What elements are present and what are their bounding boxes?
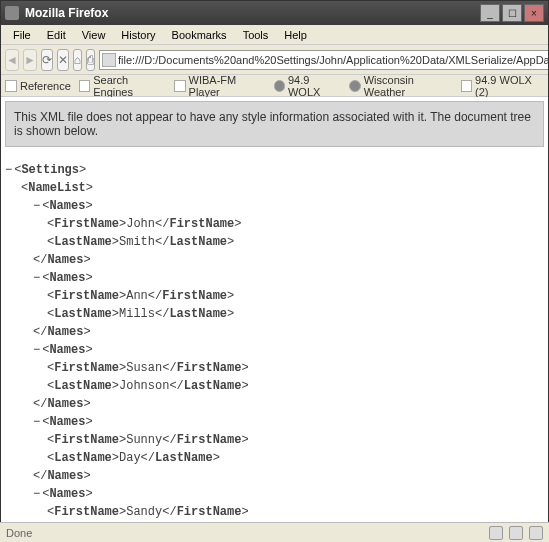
menu-bookmarks[interactable]: Bookmarks [164,27,235,43]
status-bar: Done [0,522,549,542]
xml-tree: −<Settings><NameList>−<Names><FirstName>… [1,151,548,537]
xml-line: </Names> [33,395,544,413]
print-button[interactable]: ⎙ [86,49,95,71]
status-icon-1[interactable] [489,526,503,540]
menu-help[interactable]: Help [276,27,315,43]
status-icon-3[interactable] [529,526,543,540]
menu-file[interactable]: File [5,27,39,43]
page-icon [102,53,116,67]
xml-line: <FirstName>Ann</FirstName> [47,287,544,305]
window-controls: _ ☐ × [480,4,544,22]
folder-icon [5,80,17,92]
xml-line: <LastName>Smith</LastName> [47,233,544,251]
window-titlebar: Mozilla Firefox _ ☐ × [1,1,548,25]
status-icon-2[interactable] [509,526,523,540]
xml-line: −<Settings> [5,161,544,179]
bookmark-reference[interactable]: Reference [5,80,71,92]
xml-line: <LastName>Day</LastName> [47,449,544,467]
xml-line: <NameList> [19,179,544,197]
status-icons [489,526,543,540]
xml-line: <FirstName>Sunny</FirstName> [47,431,544,449]
xml-notice: This XML file does not appear to have an… [5,101,544,147]
folder-icon [79,80,90,92]
menu-view[interactable]: View [74,27,114,43]
bookmark-wolx[interactable]: 94.9 WOLX [274,74,342,98]
bookmark-label: Reference [20,80,71,92]
xml-line: <FirstName>John</FirstName> [47,215,544,233]
xml-line: </Names> [33,251,544,269]
minimize-button[interactable]: _ [480,4,500,22]
xml-line: −<Names> [33,413,544,431]
bookmark-label: Search Engines [93,74,166,98]
maximize-button[interactable]: ☐ [502,4,522,22]
xml-line: </Names> [33,323,544,341]
url-bar[interactable]: file:///D:/Documents%20and%20Settings/Jo… [99,50,549,70]
favicon-icon [349,80,360,92]
reload-button[interactable]: ⟳ [41,49,53,71]
menu-tools[interactable]: Tools [235,27,277,43]
bookmark-wiba[interactable]: WIBA-FM Player [174,74,265,98]
close-button[interactable]: × [524,4,544,22]
page-icon [174,80,185,92]
xml-line: −<Names> [33,341,544,359]
forward-button[interactable]: ► [23,49,37,71]
navigation-toolbar: ◄ ► ⟳ ✕ ⌂ ⎙ file:///D:/Documents%20and%2… [1,45,548,75]
back-button[interactable]: ◄ [5,49,19,71]
xml-line: </Names> [33,467,544,485]
xml-line: −<Names> [33,485,544,503]
bookmark-weather[interactable]: Wisconsin Weather [349,74,452,98]
home-button[interactable]: ⌂ [73,49,82,71]
menu-bar: File Edit View History Bookmarks Tools H… [1,25,548,45]
xml-line: −<Names> [33,197,544,215]
status-text: Done [6,527,32,539]
bookmark-label: 94.9 WOLX [288,74,341,98]
xml-line: −<Names> [33,269,544,287]
firefox-icon [5,6,19,20]
xml-line: <LastName>Johnson</LastName> [47,377,544,395]
xml-line: <LastName>Mills</LastName> [47,305,544,323]
window-title: Mozilla Firefox [25,6,480,20]
menu-edit[interactable]: Edit [39,27,74,43]
xml-line: <FirstName>Sandy</FirstName> [47,503,544,521]
bookmark-label: Wisconsin Weather [364,74,453,98]
bookmark-search-engines[interactable]: Search Engines [79,74,166,98]
bookmark-label: 94.9 WOLX (2) [475,74,544,98]
xml-line: <FirstName>Susan</FirstName> [47,359,544,377]
bookmarks-toolbar: Reference Search Engines WIBA-FM Player … [1,75,548,97]
content-area: This XML file does not appear to have an… [1,97,548,537]
menu-history[interactable]: History [113,27,163,43]
bookmark-wolx-2[interactable]: 94.9 WOLX (2) [461,74,544,98]
page-icon [461,80,472,92]
stop-button[interactable]: ✕ [57,49,69,71]
favicon-icon [274,80,285,92]
bookmark-label: WIBA-FM Player [189,74,266,98]
url-text[interactable]: file:///D:/Documents%20and%20Settings/Jo… [118,54,549,66]
